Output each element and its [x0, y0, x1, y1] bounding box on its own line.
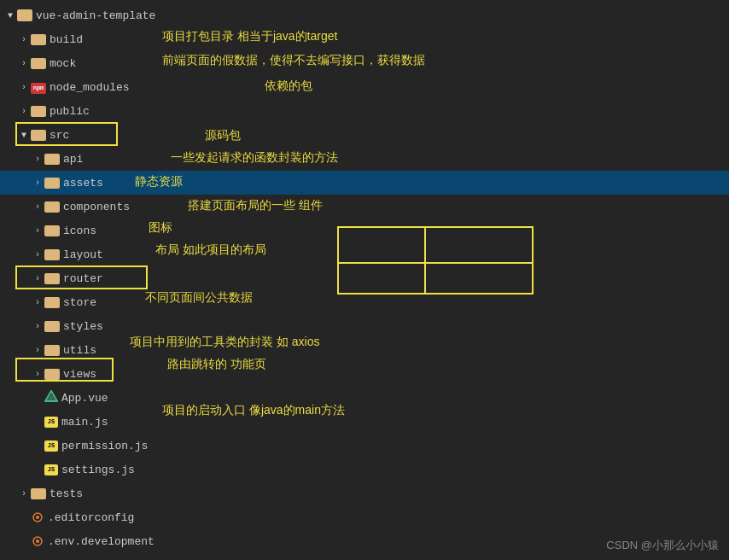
styles-item[interactable]: › styles — [0, 314, 729, 338]
assets-arrow: › — [31, 178, 44, 188]
node-modules-arrow: › — [17, 83, 31, 92]
env-dev-label: .env.development — [48, 535, 155, 548]
src-label: src — [50, 129, 69, 142]
public-arrow: › — [17, 107, 31, 116]
components-arrow: › — [31, 202, 44, 212]
root-label: vue-admin-template — [36, 9, 155, 22]
icons-label: icons — [63, 225, 96, 237]
expand-arrow: ▼ — [3, 11, 17, 20]
app-vue-item[interactable]: › App.vue — [0, 386, 729, 410]
assets-folder-icon — [44, 178, 60, 189]
tests-item[interactable]: › tests — [0, 481, 729, 505]
src-item[interactable]: ▼ src — [0, 123, 729, 147]
router-item[interactable]: › router — [0, 266, 729, 290]
icons-item[interactable]: › icons — [0, 219, 729, 242]
layout-arrow: › — [31, 250, 44, 260]
watermark: CSDN @小那么小小猿 — [606, 538, 719, 553]
api-item[interactable]: › api — [0, 147, 729, 171]
npm-icon: npm — [31, 80, 46, 94]
file-tree: ▼ vue-admin-template › build › mock › np… — [0, 0, 729, 560]
permission-js-item[interactable]: › JS permission.js — [0, 434, 729, 458]
src-arrow: ▼ — [17, 131, 31, 140]
editorconfig-item[interactable]: › .editorconfig — [0, 505, 729, 529]
views-item[interactable]: › views — [0, 362, 729, 386]
node-modules-item[interactable]: › npm node_modules — [0, 75, 729, 99]
router-label: router — [63, 272, 103, 285]
public-item[interactable]: › public — [0, 99, 729, 123]
settings-js-label: settings.js — [61, 464, 135, 476]
icons-folder-icon — [44, 225, 60, 236]
tests-arrow: › — [17, 489, 31, 499]
assets-label: assets — [63, 177, 103, 190]
api-folder-icon — [44, 154, 60, 165]
api-arrow: › — [31, 155, 44, 164]
layout-folder-icon — [44, 249, 60, 260]
build-label: build — [50, 33, 83, 46]
icons-arrow: › — [31, 226, 44, 236]
svg-point-3 — [36, 516, 39, 519]
public-folder-icon — [31, 106, 46, 117]
editorconfig-icon — [31, 511, 44, 523]
router-folder-icon — [44, 273, 60, 284]
styles-label: styles — [63, 320, 103, 333]
env-prod-item[interactable]: › .env.production — [0, 553, 729, 560]
tests-folder-icon — [31, 488, 46, 499]
main-js-icon: JS — [44, 417, 58, 428]
utils-folder-icon — [44, 345, 60, 356]
main-js-item[interactable]: › JS main.js — [0, 410, 729, 434]
store-arrow: › — [31, 298, 44, 307]
build-item[interactable]: › build — [0, 27, 729, 51]
build-folder-icon — [31, 34, 46, 45]
app-vue-label: App.vue — [61, 392, 108, 405]
mock-arrow: › — [17, 59, 31, 68]
assets-item[interactable]: › assets — [0, 171, 729, 195]
svg-point-5 — [36, 540, 39, 543]
store-item[interactable]: › store — [0, 290, 729, 314]
store-folder-icon — [44, 297, 60, 308]
permission-js-icon: JS — [44, 440, 58, 452]
permission-js-label: permission.js — [61, 440, 148, 452]
styles-folder-icon — [44, 321, 60, 332]
mock-label: mock — [50, 57, 76, 70]
env-dev-icon — [31, 535, 44, 547]
node-modules-label: node_modules — [50, 81, 130, 94]
root-folder-icon — [17, 9, 32, 21]
src-folder-icon — [31, 130, 46, 141]
main-js-label: main.js — [61, 416, 108, 429]
views-label: views — [63, 368, 96, 381]
utils-arrow: › — [31, 346, 44, 355]
mock-folder-icon — [31, 58, 46, 69]
views-folder-icon — [44, 369, 60, 380]
styles-arrow: › — [31, 322, 44, 331]
router-arrow: › — [31, 274, 44, 283]
utils-label: utils — [63, 344, 96, 357]
layout-label: layout — [63, 248, 103, 261]
api-label: api — [63, 153, 83, 166]
settings-js-icon: JS — [44, 464, 58, 475]
build-arrow: › — [17, 35, 31, 44]
public-label: public — [50, 105, 90, 118]
utils-item[interactable]: › utils — [0, 338, 729, 362]
tests-label: tests — [50, 487, 83, 500]
editorconfig-label: .editorconfig — [48, 511, 134, 524]
store-label: store — [63, 296, 96, 309]
vue-file-icon — [44, 390, 58, 405]
mock-item[interactable]: › mock — [0, 51, 729, 75]
views-arrow: › — [31, 370, 44, 379]
root-item[interactable]: ▼ vue-admin-template — [0, 3, 729, 27]
layout-item[interactable]: › layout — [0, 242, 729, 266]
file-explorer: ▼ vue-admin-template › build › mock › np… — [0, 0, 729, 560]
settings-js-item[interactable]: › JS settings.js — [0, 458, 729, 481]
components-item[interactable]: › components — [0, 195, 729, 219]
components-folder-icon — [44, 201, 60, 213]
components-label: components — [63, 201, 130, 213]
